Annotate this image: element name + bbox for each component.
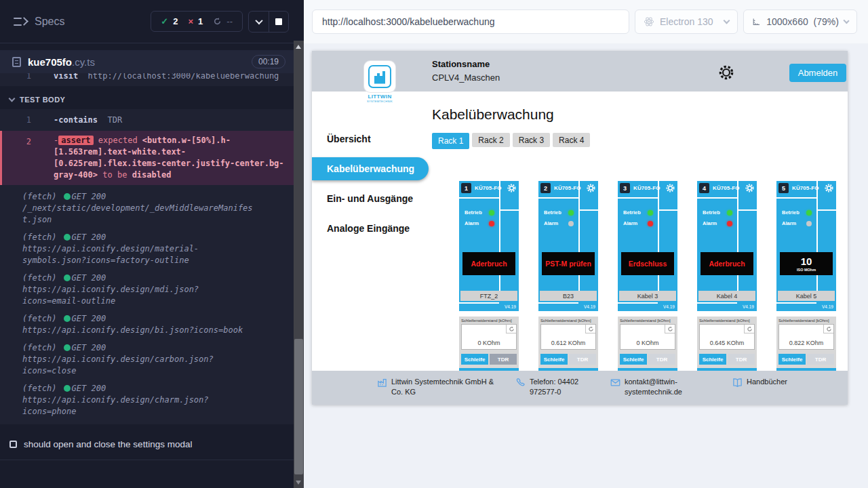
refresh-icon[interactable] [823, 325, 833, 333]
failed-x-icon: × [189, 16, 194, 26]
loop-resistance-panel: Schleifenwiderstand [kOhm] 0 KOhm Schlei… [618, 317, 677, 368]
refresh-icon[interactable] [506, 325, 516, 333]
module-number: 2 [540, 183, 551, 193]
app-sidebar: Übersicht Kabelüberwachung Ein- und Ausg… [312, 92, 424, 371]
phone-icon [515, 378, 526, 388]
sidebar-item-kabelueberwachung[interactable]: Kabelüberwachung [312, 157, 429, 180]
betrieb-led [727, 210, 732, 216]
test-body-toggle[interactable]: TEST BODY [0, 86, 294, 109]
tdr-button[interactable]: TDR [569, 354, 596, 365]
page-title: Kabelüberwachung [432, 106, 554, 123]
alarm-led [568, 221, 574, 226]
module-display: 10ISO MOhm [780, 252, 833, 275]
pending-test-row[interactable]: should open and close the settings modal [0, 439, 294, 449]
fetch-log-entry[interactable]: (fetch)GET 200https://api.iconify.design… [0, 232, 294, 266]
fetch-log-entry[interactable]: (fetch)GET 200/_next/static/development/… [0, 191, 294, 226]
scrollbar-thumb[interactable] [294, 339, 303, 474]
chevron-down-icon [724, 18, 730, 24]
module-gear-icon[interactable] [745, 183, 755, 193]
module-model: KÜ705-FO [792, 185, 818, 191]
tab-rack-4[interactable]: Rack 4 [553, 133, 590, 147]
stop-button[interactable] [269, 12, 288, 32]
betrieb-led [648, 210, 653, 216]
sidebar-item-analoge-eingaenge[interactable]: Analoge Eingänge [312, 217, 424, 240]
fetch-log-entry[interactable]: (fetch)GET 200https://api.iconify.design… [0, 272, 294, 307]
module-gear-icon[interactable] [824, 183, 834, 193]
tdr-button[interactable]: TDR [490, 354, 517, 365]
tdr-button[interactable]: TDR [648, 354, 675, 365]
module-model: KÜ705-FO [633, 185, 660, 191]
fetch-log-entry[interactable]: (fetch)GET 200https://api.iconify.design… [0, 342, 294, 377]
module-number: 1 [461, 183, 471, 193]
assert-failed-row[interactable]: 2 -assert expected <button.w-[50%].h-[1.… [0, 131, 294, 185]
fetch-log-entry[interactable]: (fetch)GET 200https://api.iconify.design… [0, 383, 294, 418]
module-number: 5 [778, 183, 789, 193]
refresh-icon[interactable] [585, 325, 595, 333]
rack-module-card: 1 KÜ705-FO Betrieb Alarm Aderbruch FTZ_2… [459, 181, 519, 384]
viewport-select[interactable]: 1000x660 (79%) [743, 9, 857, 34]
stat-failed: ×1 [189, 16, 203, 26]
firmware-version: V4.19 [584, 304, 595, 309]
contains-command-row[interactable]: 1 -contains TDR [0, 112, 294, 128]
spec-file-icon [12, 57, 21, 67]
cable-label: FTZ_2 [460, 291, 517, 301]
viewport-ruler-icon [752, 16, 761, 27]
footer-company: Littwin Systemtechnik GmbH & Co. KG [377, 377, 494, 397]
firmware-version: V4.19 [743, 304, 754, 309]
tdr-button[interactable]: TDR [728, 354, 755, 365]
footer-email: kontakt@littwin-systemtechnik.de [610, 377, 705, 397]
electron-icon [644, 16, 654, 27]
visit-command-row[interactable]: 1 visit http://localhost:3000/kabelueber… [0, 73, 294, 86]
loop-value-box: 0.822 KOhm [778, 324, 834, 350]
station-name: CPLV4_Maschen [432, 73, 500, 83]
module-number: 4 [699, 183, 709, 193]
module-model: KÜ705-FO [713, 185, 739, 191]
specs-title[interactable]: Specs [35, 16, 64, 28]
specs-menu-icon[interactable] [14, 16, 27, 27]
loop-value: 0.612 KOhm [541, 340, 595, 346]
status-ok-dot [64, 385, 71, 392]
spec-file-row[interactable]: kue705fo.cy.ts 00:19 [0, 50, 294, 73]
loop-value-box: 0 KOhm [620, 324, 675, 350]
schleife-button[interactable]: Schleife [620, 354, 647, 365]
schleife-button[interactable]: Schleife [699, 354, 726, 365]
cypress-reporter-panel: Specs ✓2 ×1 -- kue705fo.cy.ts 00:19 [0, 0, 294, 488]
scrollbar-track[interactable] [294, 41, 304, 488]
littwin-logo [364, 61, 395, 92]
visit-command: visit [54, 73, 78, 81]
firmware-version: V4.19 [663, 304, 675, 309]
stop-icon [275, 18, 282, 25]
logout-button[interactable]: Abmelden [789, 64, 846, 82]
tab-rack-1[interactable]: Rack 1 [432, 133, 469, 149]
module-gear-icon[interactable] [507, 183, 517, 193]
email-icon [610, 378, 620, 388]
schleife-button[interactable]: Schleife [778, 354, 806, 365]
sidebar-item-ein-und-ausgaenge[interactable]: Ein- und Ausgänge [312, 187, 424, 210]
refresh-icon[interactable] [665, 325, 675, 333]
scroll-down-arrow-icon[interactable] [296, 481, 301, 485]
fetch-log-entry[interactable]: (fetch)GET 200https://api.iconify.design… [0, 313, 294, 336]
rack-module-card: 4 KÜ705-FO Betrieb Alarm Aderbruch Kabel… [697, 181, 757, 384]
collapse-chevron-button[interactable] [249, 12, 269, 32]
schleife-button[interactable]: Schleife [461, 354, 488, 365]
status-ok-dot [64, 274, 71, 281]
module-gear-icon[interactable] [586, 183, 596, 193]
spec-duration-badge: 00:19 [252, 55, 285, 68]
schleife-button[interactable]: Schleife [540, 354, 568, 365]
scroll-up-arrow-icon[interactable] [296, 45, 301, 49]
status-ok-dot [64, 315, 71, 322]
settings-gear-icon[interactable] [717, 64, 735, 81]
tab-rack-2[interactable]: Rack 2 [472, 133, 509, 147]
aut-pane: Electron 130 1000x660 (79%) Stationsname… [304, 0, 868, 488]
tab-rack-3[interactable]: Rack 3 [513, 133, 550, 147]
sidebar-item-uebersicht[interactable]: Übersicht [312, 127, 424, 150]
module-display: Erdschluss [621, 252, 674, 275]
chevron-down-icon [843, 18, 849, 24]
alarm-led [648, 221, 653, 226]
footer-manuals[interactable]: Handbücher [732, 377, 787, 388]
module-gear-icon[interactable] [665, 183, 675, 193]
refresh-icon[interactable] [744, 325, 754, 333]
browser-select[interactable]: Electron 130 [635, 9, 738, 34]
url-input[interactable] [312, 9, 629, 34]
tdr-button[interactable]: TDR [807, 354, 834, 365]
